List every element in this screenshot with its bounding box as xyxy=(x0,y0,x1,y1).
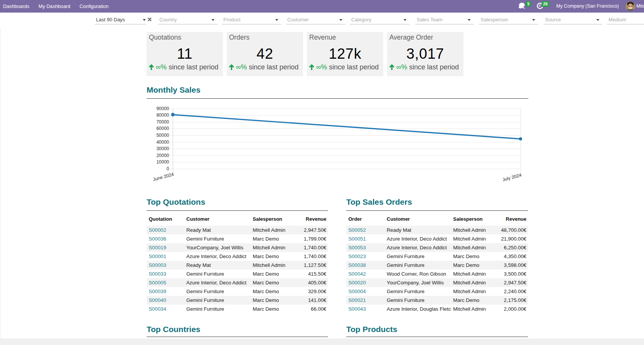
svg-text:80000: 80000 xyxy=(157,112,169,118)
svg-text:70000: 70000 xyxy=(157,119,169,124)
svg-text:20000: 20000 xyxy=(157,152,169,158)
svg-text:50000: 50000 xyxy=(157,133,169,138)
svg-text:0: 0 xyxy=(166,166,169,171)
svg-text:June 2024: June 2024 xyxy=(152,171,174,182)
svg-text:30000: 30000 xyxy=(157,146,169,151)
svg-text:10000: 10000 xyxy=(157,159,169,165)
svg-text:60000: 60000 xyxy=(157,126,169,131)
svg-text:90000: 90000 xyxy=(157,106,169,111)
svg-text:40000: 40000 xyxy=(157,139,169,144)
svg-text:July 2024: July 2024 xyxy=(502,172,523,182)
